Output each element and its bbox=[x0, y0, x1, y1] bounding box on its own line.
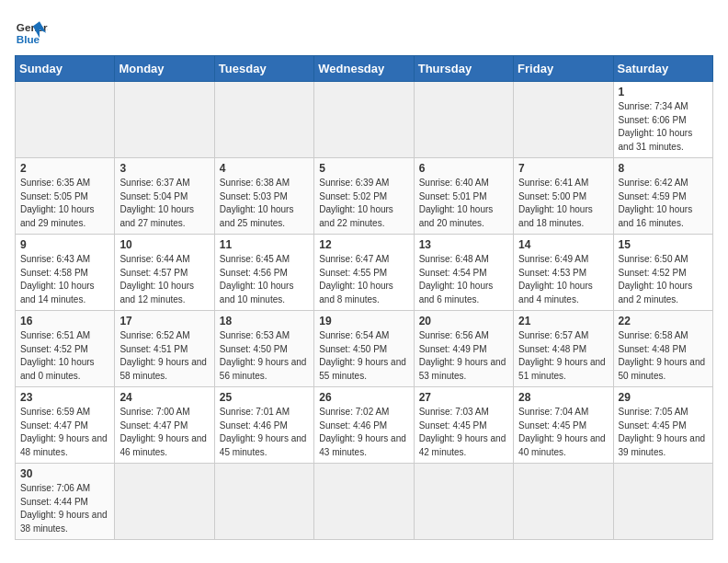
day-info: Sunrise: 6:53 AMSunset: 4:50 PMDaylight:… bbox=[220, 329, 309, 383]
calendar-header-wednesday: Wednesday bbox=[314, 56, 414, 82]
calendar: SundayMondayTuesdayWednesdayThursdayFrid… bbox=[15, 55, 713, 540]
calendar-day-cell bbox=[314, 82, 414, 158]
day-info: Sunrise: 6:49 AMSunset: 4:53 PMDaylight:… bbox=[518, 253, 608, 306]
calendar-day-cell: 23Sunrise: 6:59 AMSunset: 4:47 PMDayligh… bbox=[16, 387, 115, 464]
calendar-header-thursday: Thursday bbox=[414, 56, 513, 82]
calendar-day-cell: 12Sunrise: 6:47 AMSunset: 4:55 PMDayligh… bbox=[314, 235, 414, 311]
day-info: Sunrise: 7:06 AMSunset: 4:44 PMDaylight:… bbox=[20, 482, 109, 535]
calendar-day-cell: 16Sunrise: 6:51 AMSunset: 4:52 PMDayligh… bbox=[16, 311, 115, 387]
svg-text:Blue: Blue bbox=[17, 33, 40, 45]
calendar-day-cell: 19Sunrise: 6:54 AMSunset: 4:50 PMDayligh… bbox=[314, 311, 414, 387]
day-info: Sunrise: 6:59 AMSunset: 4:47 PMDaylight:… bbox=[20, 406, 109, 459]
day-info: Sunrise: 6:56 AMSunset: 4:49 PMDaylight:… bbox=[419, 329, 508, 383]
day-number: 20 bbox=[419, 315, 508, 327]
day-info: Sunrise: 6:40 AMSunset: 5:01 PMDaylight:… bbox=[419, 177, 508, 230]
calendar-day-cell bbox=[514, 82, 613, 158]
day-info: Sunrise: 6:52 AMSunset: 4:51 PMDaylight:… bbox=[119, 329, 209, 383]
day-info: Sunrise: 6:39 AMSunset: 5:02 PMDaylight:… bbox=[319, 177, 408, 230]
day-info: Sunrise: 7:00 AMSunset: 4:47 PMDaylight:… bbox=[119, 406, 209, 459]
day-info: Sunrise: 6:35 AMSunset: 5:05 PMDaylight:… bbox=[20, 177, 109, 230]
calendar-day-cell: 14Sunrise: 6:49 AMSunset: 4:53 PMDayligh… bbox=[514, 235, 613, 311]
day-number: 7 bbox=[518, 162, 608, 175]
day-info: Sunrise: 6:50 AMSunset: 4:52 PMDaylight:… bbox=[619, 253, 708, 306]
day-number: 2 bbox=[20, 162, 109, 175]
calendar-day-cell bbox=[514, 464, 613, 540]
day-info: Sunrise: 6:51 AMSunset: 4:52 PMDaylight:… bbox=[20, 329, 109, 383]
calendar-day-cell: 8Sunrise: 6:42 AMSunset: 4:59 PMDaylight… bbox=[613, 158, 712, 235]
day-number: 13 bbox=[419, 238, 508, 251]
day-info: Sunrise: 6:42 AMSunset: 4:59 PMDaylight:… bbox=[619, 177, 708, 230]
logo-icon: General Blue bbox=[15, 15, 48, 48]
day-number: 11 bbox=[220, 238, 309, 251]
calendar-day-cell: 28Sunrise: 7:04 AMSunset: 4:45 PMDayligh… bbox=[514, 387, 613, 464]
calendar-day-cell bbox=[314, 464, 414, 540]
day-info: Sunrise: 6:41 AMSunset: 5:00 PMDaylight:… bbox=[518, 177, 608, 230]
day-number: 1 bbox=[619, 86, 708, 98]
day-info: Sunrise: 7:05 AMSunset: 4:45 PMDaylight:… bbox=[619, 406, 708, 459]
calendar-week-6: 30Sunrise: 7:06 AMSunset: 4:44 PMDayligh… bbox=[16, 464, 713, 540]
calendar-day-cell: 13Sunrise: 6:48 AMSunset: 4:54 PMDayligh… bbox=[414, 235, 513, 311]
calendar-week-3: 9Sunrise: 6:43 AMSunset: 4:58 PMDaylight… bbox=[16, 235, 713, 311]
day-info: Sunrise: 6:57 AMSunset: 4:48 PMDaylight:… bbox=[518, 329, 608, 383]
day-number: 25 bbox=[220, 391, 309, 404]
day-number: 5 bbox=[319, 162, 408, 175]
calendar-day-cell: 30Sunrise: 7:06 AMSunset: 4:44 PMDayligh… bbox=[16, 464, 115, 540]
calendar-day-cell bbox=[414, 82, 513, 158]
calendar-day-cell: 15Sunrise: 6:50 AMSunset: 4:52 PMDayligh… bbox=[613, 235, 712, 311]
calendar-day-cell: 11Sunrise: 6:45 AMSunset: 4:56 PMDayligh… bbox=[214, 235, 313, 311]
day-number: 15 bbox=[619, 238, 708, 251]
day-number: 4 bbox=[220, 162, 309, 175]
day-info: Sunrise: 6:54 AMSunset: 4:50 PMDaylight:… bbox=[319, 329, 408, 383]
day-number: 29 bbox=[619, 391, 708, 404]
day-number: 18 bbox=[220, 315, 309, 327]
day-info: Sunrise: 6:45 AMSunset: 4:56 PMDaylight:… bbox=[220, 253, 309, 306]
day-number: 16 bbox=[20, 315, 109, 327]
calendar-day-cell bbox=[16, 82, 115, 158]
day-info: Sunrise: 6:48 AMSunset: 4:54 PMDaylight:… bbox=[419, 253, 508, 306]
calendar-week-2: 2Sunrise: 6:35 AMSunset: 5:05 PMDaylight… bbox=[16, 158, 713, 235]
calendar-day-cell bbox=[613, 464, 712, 540]
calendar-day-cell: 26Sunrise: 7:02 AMSunset: 4:46 PMDayligh… bbox=[314, 387, 414, 464]
calendar-week-5: 23Sunrise: 6:59 AMSunset: 4:47 PMDayligh… bbox=[16, 387, 713, 464]
day-info: Sunrise: 7:04 AMSunset: 4:45 PMDaylight:… bbox=[518, 406, 608, 459]
calendar-header-friday: Friday bbox=[514, 56, 613, 82]
day-number: 21 bbox=[518, 315, 608, 327]
day-number: 28 bbox=[518, 391, 608, 404]
calendar-day-cell: 2Sunrise: 6:35 AMSunset: 5:05 PMDaylight… bbox=[16, 158, 115, 235]
day-number: 22 bbox=[619, 315, 708, 327]
logo: General Blue bbox=[15, 15, 48, 48]
day-number: 23 bbox=[20, 391, 109, 404]
calendar-header-saturday: Saturday bbox=[613, 56, 712, 82]
day-number: 9 bbox=[20, 238, 109, 251]
day-number: 26 bbox=[319, 391, 408, 404]
day-info: Sunrise: 6:43 AMSunset: 4:58 PMDaylight:… bbox=[20, 253, 109, 306]
calendar-day-cell: 1Sunrise: 7:34 AMSunset: 6:06 PMDaylight… bbox=[613, 82, 712, 158]
day-info: Sunrise: 7:01 AMSunset: 4:46 PMDaylight:… bbox=[220, 406, 309, 459]
calendar-day-cell: 29Sunrise: 7:05 AMSunset: 4:45 PMDayligh… bbox=[613, 387, 712, 464]
calendar-header-monday: Monday bbox=[115, 56, 214, 82]
calendar-day-cell: 6Sunrise: 6:40 AMSunset: 5:01 PMDaylight… bbox=[414, 158, 513, 235]
day-info: Sunrise: 6:38 AMSunset: 5:03 PMDaylight:… bbox=[220, 177, 309, 230]
calendar-day-cell: 4Sunrise: 6:38 AMSunset: 5:03 PMDaylight… bbox=[214, 158, 313, 235]
calendar-day-cell: 9Sunrise: 6:43 AMSunset: 4:58 PMDaylight… bbox=[16, 235, 115, 311]
day-info: Sunrise: 7:02 AMSunset: 4:46 PMDaylight:… bbox=[319, 406, 408, 459]
day-number: 27 bbox=[419, 391, 508, 404]
calendar-day-cell: 27Sunrise: 7:03 AMSunset: 4:45 PMDayligh… bbox=[414, 387, 513, 464]
day-info: Sunrise: 6:58 AMSunset: 4:48 PMDaylight:… bbox=[619, 329, 708, 383]
calendar-day-cell: 22Sunrise: 6:58 AMSunset: 4:48 PMDayligh… bbox=[613, 311, 712, 387]
calendar-header-row: SundayMondayTuesdayWednesdayThursdayFrid… bbox=[16, 56, 713, 82]
day-number: 3 bbox=[119, 162, 209, 175]
calendar-day-cell bbox=[214, 82, 313, 158]
day-info: Sunrise: 6:47 AMSunset: 4:55 PMDaylight:… bbox=[319, 253, 408, 306]
header: General Blue bbox=[15, 15, 713, 48]
calendar-week-4: 16Sunrise: 6:51 AMSunset: 4:52 PMDayligh… bbox=[16, 311, 713, 387]
calendar-day-cell: 10Sunrise: 6:44 AMSunset: 4:57 PMDayligh… bbox=[115, 235, 214, 311]
calendar-header-sunday: Sunday bbox=[16, 56, 115, 82]
calendar-day-cell: 18Sunrise: 6:53 AMSunset: 4:50 PMDayligh… bbox=[214, 311, 313, 387]
day-number: 10 bbox=[119, 238, 209, 251]
calendar-day-cell: 17Sunrise: 6:52 AMSunset: 4:51 PMDayligh… bbox=[115, 311, 214, 387]
day-number: 14 bbox=[518, 238, 608, 251]
day-number: 17 bbox=[119, 315, 209, 327]
calendar-header-tuesday: Tuesday bbox=[214, 56, 313, 82]
calendar-day-cell bbox=[214, 464, 313, 540]
